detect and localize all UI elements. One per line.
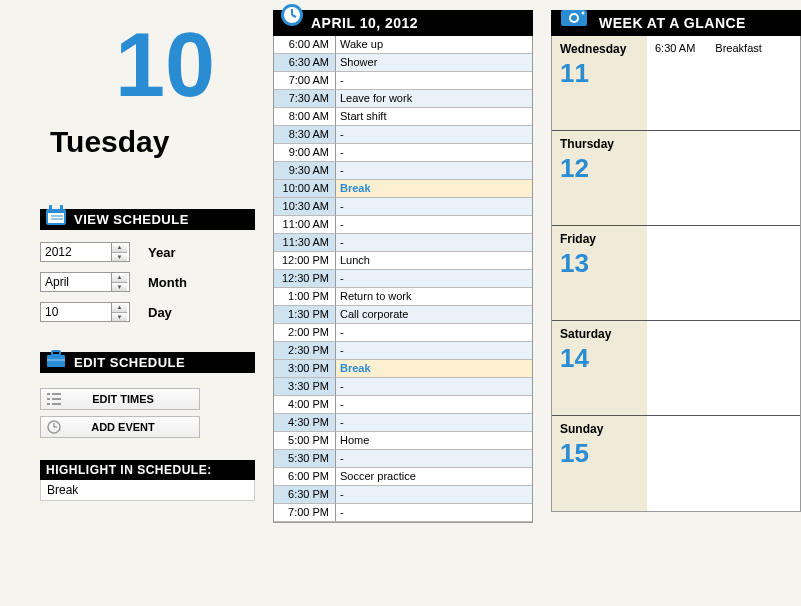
clock-icon bbox=[41, 420, 67, 434]
week-day-number: 11 bbox=[560, 58, 639, 89]
schedule-row[interactable]: 1:30 PMCall corporate bbox=[274, 306, 532, 324]
month-label: Month bbox=[148, 275, 187, 290]
edit-times-button[interactable]: EDIT TIMES bbox=[40, 388, 200, 410]
svg-rect-8 bbox=[47, 359, 65, 361]
week-days-column: Wednesday11Thursday12Friday13Saturday14S… bbox=[552, 36, 647, 511]
schedule-time: 6:30 AM bbox=[274, 54, 336, 72]
schedule-time: 6:00 PM bbox=[274, 468, 336, 486]
schedule-row[interactable]: 6:30 AMShower bbox=[274, 54, 532, 72]
camera-icon bbox=[559, 10, 589, 28]
week-day-cell[interactable]: Saturday14 bbox=[552, 321, 647, 416]
schedule-row[interactable]: 8:30 AM- bbox=[274, 126, 532, 144]
schedule-time: 8:30 AM bbox=[274, 126, 336, 144]
schedule-row[interactable]: 2:30 PM- bbox=[274, 342, 532, 360]
week-day-name: Saturday bbox=[560, 327, 639, 341]
schedule-time: 5:00 PM bbox=[274, 432, 336, 450]
schedule-row[interactable]: 6:00 AMWake up bbox=[274, 36, 532, 54]
week-event-cell[interactable]: 6:30 AMBreakfast bbox=[647, 36, 800, 131]
schedule-time: 11:30 AM bbox=[274, 234, 336, 252]
schedule-row[interactable]: 8:00 AMStart shift bbox=[274, 108, 532, 126]
schedule-time: 6:00 AM bbox=[274, 36, 336, 54]
schedule-event: - bbox=[336, 270, 532, 288]
month-spinner[interactable]: ▲▼ bbox=[111, 273, 127, 291]
schedule-row[interactable]: 4:30 PM- bbox=[274, 414, 532, 432]
schedule-event: - bbox=[336, 414, 532, 432]
schedule-row[interactable]: 1:00 PMReturn to work bbox=[274, 288, 532, 306]
date-number: 10 bbox=[40, 20, 255, 110]
schedule-event: - bbox=[336, 126, 532, 144]
schedule-time: 8:00 AM bbox=[274, 108, 336, 126]
schedule-time: 10:30 AM bbox=[274, 198, 336, 216]
highlight-value[interactable]: Break bbox=[40, 480, 255, 501]
schedule-row[interactable]: 9:30 AM- bbox=[274, 162, 532, 180]
schedule-event: Shower bbox=[336, 54, 532, 72]
week-day-cell[interactable]: Wednesday11 bbox=[552, 36, 647, 131]
year-label: Year bbox=[148, 245, 175, 260]
week-day-cell[interactable]: Sunday15 bbox=[552, 416, 647, 511]
week-header: WEEK AT A GLANCE bbox=[551, 10, 801, 36]
svg-point-25 bbox=[571, 15, 577, 21]
week-event-time: 6:30 AM bbox=[655, 42, 695, 124]
schedule-row[interactable]: 6:00 PMSoccer practice bbox=[274, 468, 532, 486]
schedule-row[interactable]: 7:30 AMLeave for work bbox=[274, 90, 532, 108]
schedule-time: 3:30 PM bbox=[274, 378, 336, 396]
schedule-time: 7:00 PM bbox=[274, 504, 336, 522]
schedule-time: 9:30 AM bbox=[274, 162, 336, 180]
schedule-row[interactable]: 10:30 AM- bbox=[274, 198, 532, 216]
month-stepper[interactable]: ▲▼ bbox=[40, 272, 130, 292]
schedule-event: - bbox=[336, 144, 532, 162]
schedule-event: - bbox=[336, 342, 532, 360]
svg-rect-3 bbox=[60, 205, 63, 211]
year-stepper[interactable]: ▲▼ bbox=[40, 242, 130, 262]
schedule-event: Break bbox=[336, 360, 532, 378]
day-schedule: APRIL 10, 2012 6:00 AMWake up6:30 AMShow… bbox=[273, 10, 533, 523]
schedule-time: 1:00 PM bbox=[274, 288, 336, 306]
schedule-row[interactable]: 11:00 AM- bbox=[274, 216, 532, 234]
schedule-event: Call corporate bbox=[336, 306, 532, 324]
day-stepper[interactable]: ▲▼ bbox=[40, 302, 130, 322]
schedule-row[interactable]: 2:00 PM- bbox=[274, 324, 532, 342]
schedule-event: Start shift bbox=[336, 108, 532, 126]
clock-header-icon bbox=[279, 2, 305, 28]
week-day-number: 12 bbox=[560, 153, 639, 184]
day-label: Day bbox=[148, 305, 172, 320]
week-day-cell[interactable]: Friday13 bbox=[552, 226, 647, 321]
schedule-event: - bbox=[336, 396, 532, 414]
svg-rect-14 bbox=[52, 403, 61, 405]
schedule-event: - bbox=[336, 486, 532, 504]
highlight-header: HIGHLIGHT IN SCHEDULE: bbox=[40, 460, 255, 480]
schedule-row[interactable]: 7:00 PM- bbox=[274, 504, 532, 522]
schedule-row[interactable]: 7:00 AM- bbox=[274, 72, 532, 90]
schedule-row[interactable]: 10:00 AMBreak bbox=[274, 180, 532, 198]
schedule-row[interactable]: 5:30 PM- bbox=[274, 450, 532, 468]
schedule-row[interactable]: 12:30 PM- bbox=[274, 270, 532, 288]
schedule-time: 7:30 AM bbox=[274, 90, 336, 108]
day-spinner[interactable]: ▲▼ bbox=[111, 303, 127, 321]
schedule-time: 1:30 PM bbox=[274, 306, 336, 324]
schedule-row[interactable]: 9:00 AM- bbox=[274, 144, 532, 162]
week-day-name: Friday bbox=[560, 232, 639, 246]
schedule-event: - bbox=[336, 234, 532, 252]
month-input[interactable] bbox=[41, 273, 111, 291]
week-event-cell[interactable] bbox=[647, 416, 800, 511]
schedule-row[interactable]: 4:00 PM- bbox=[274, 396, 532, 414]
week-event-cell[interactable] bbox=[647, 226, 800, 321]
schedule-row[interactable]: 3:30 PM- bbox=[274, 378, 532, 396]
schedule-event: Break bbox=[336, 180, 532, 198]
day-input[interactable] bbox=[41, 303, 111, 321]
week-event-cell[interactable] bbox=[647, 321, 800, 416]
schedule-event: Lunch bbox=[336, 252, 532, 270]
year-spinner[interactable]: ▲▼ bbox=[111, 243, 127, 261]
svg-point-26 bbox=[582, 12, 585, 15]
schedule-row[interactable]: 6:30 PM- bbox=[274, 486, 532, 504]
week-event-cell[interactable] bbox=[647, 131, 800, 226]
schedule-time: 11:00 AM bbox=[274, 216, 336, 234]
schedule-row[interactable]: 12:00 PMLunch bbox=[274, 252, 532, 270]
schedule-row[interactable]: 11:30 AM- bbox=[274, 234, 532, 252]
schedule-row[interactable]: 3:00 PMBreak bbox=[274, 360, 532, 378]
week-day-cell[interactable]: Thursday12 bbox=[552, 131, 647, 226]
add-event-button[interactable]: ADD EVENT bbox=[40, 416, 200, 438]
year-input[interactable] bbox=[41, 243, 111, 261]
schedule-row[interactable]: 5:00 PMHome bbox=[274, 432, 532, 450]
schedule-event: - bbox=[336, 198, 532, 216]
